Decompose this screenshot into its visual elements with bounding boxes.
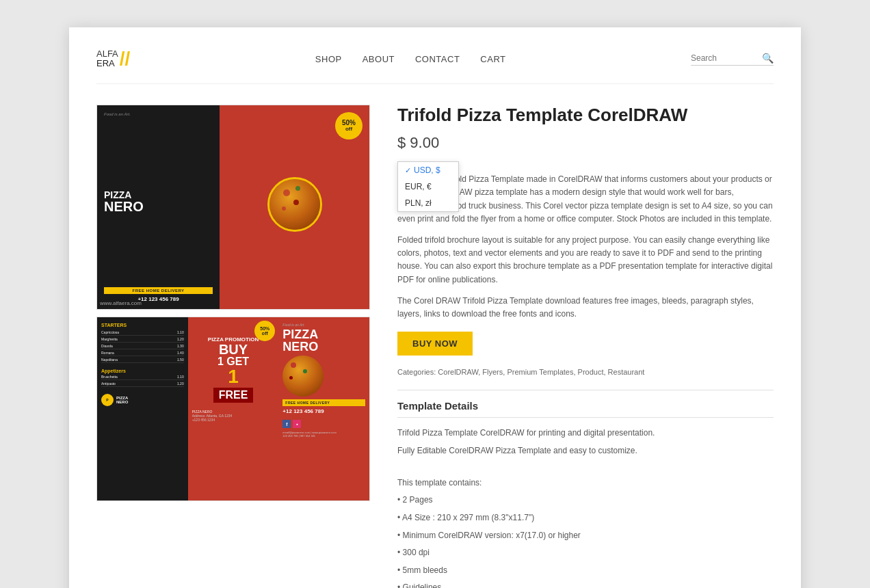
section-divider	[397, 390, 774, 390]
contains-item-4: • 300 dpi	[397, 546, 774, 561]
menu-item-3: Diavola1.30	[101, 344, 184, 349]
main-nav: SHOP ABOUT CONTACT CART	[315, 54, 506, 64]
menu-item-4: Romana1.40	[101, 351, 184, 356]
details-line1: Trifold Pizza Template CorelDRAW for pri…	[397, 426, 774, 441]
food-art-label: Food is an Art.	[104, 112, 213, 116]
pizza-nero-logo-small: P PIZZANERO	[101, 394, 184, 406]
social-icons: f ●	[282, 420, 365, 428]
free-delivery-label: FREE HOME DELIVERY	[104, 287, 213, 294]
search-icon[interactable]: 🔍	[762, 53, 774, 64]
menu-item-1: Capricciosa1.10	[101, 330, 184, 336]
currency-eur-label: EUR, €	[405, 182, 432, 191]
pizza-nero-title-3: PIZZA NERO	[282, 328, 365, 353]
pizza-trifold: STARTERS Capricciosa1.10 Margherita1.20 …	[97, 317, 369, 500]
buy-now-button[interactable]: BUY NOW	[397, 332, 473, 356]
template-details-content: Trifold Pizza Template CorelDRAW for pri…	[397, 426, 774, 588]
nav-about[interactable]: ABOUT	[362, 54, 395, 64]
contains-item-6: • Guidelines	[397, 580, 774, 588]
currency-pln-label: PLN, zł	[405, 198, 432, 208]
starters-title: STARTERS	[101, 323, 184, 328]
main-product-image: Food is an Art. PIZZA NERO FREE HOME DEL…	[96, 105, 370, 310]
category-coreldraw[interactable]: CorelDRAW	[438, 368, 478, 376]
address-block: PIZZA NERO Address: Atlanta, GA 1234 +12…	[192, 410, 275, 422]
contains-item-3: • Minimum CorelDRAW version: x7(17.0) or…	[397, 529, 774, 544]
categories-label: Categories:	[397, 368, 436, 376]
contains-title: This template contains:	[397, 476, 774, 491]
free-delivery-3: FREE HOME DELIVERY	[282, 399, 365, 406]
template-details-title: Template Details	[397, 400, 774, 418]
contains-item-2: • A4 Size : 210 x 297 mm (8.3"x11.7")	[397, 511, 774, 526]
currency-usd-label: USD, $	[414, 165, 440, 175]
product-description-3: The Corel DRAW Trifold Pizza Template do…	[397, 295, 774, 321]
category-flyers[interactable]: Flyers	[482, 368, 503, 376]
nav-shop[interactable]: SHOP	[315, 54, 342, 64]
food-art-label-3: Food is an Art.	[282, 323, 365, 327]
thumbnail-product-image: STARTERS Capricciosa1.10 Margherita1.20 …	[96, 317, 370, 501]
currency-eur[interactable]: EUR, €	[398, 178, 458, 195]
product-description-2: Folded trifold brochure layout is suitab…	[397, 234, 774, 286]
trifold-panel-3: Food is an Art. PIZZA NERO FREE HOME DEL…	[278, 317, 369, 500]
contains-item-5: • 5mm bleeds	[397, 563, 774, 578]
currency-pln[interactable]: PLN, zł	[398, 195, 458, 211]
nav-contact[interactable]: CONTACT	[415, 54, 460, 64]
check-icon: ✓	[405, 166, 411, 175]
details-line2: Fully Editable CorelDRAW Pizza Template …	[397, 444, 774, 459]
search-box: 🔍	[691, 53, 774, 66]
logo-slash: //	[120, 48, 131, 70]
discount-badge: 50% off	[335, 112, 362, 139]
footer-numbers: 123 456 789 | 987 654 321	[282, 434, 365, 438]
product-images: Food is an Art. PIZZA NERO FREE HOME DEL…	[96, 105, 370, 588]
product-info: Trifold Pizza Template CorelDRAW $ 9.00 …	[397, 105, 774, 588]
categories: Categories: CorelDRAW, Flyers, Premium T…	[397, 368, 774, 376]
search-input[interactable]	[691, 53, 759, 63]
phone-3: +12 123 456 789	[282, 408, 365, 414]
trifold-panel-1: STARTERS Capricciosa1.10 Margherita1.20 …	[97, 317, 188, 500]
page-wrapper: ALFA ERA // SHOP ABOUT CONTACT CART 🔍	[69, 27, 801, 588]
contains-item-1: • 2 Pages	[397, 493, 774, 508]
menu-item-6: Bruschetta1.10	[101, 375, 184, 380]
pizza-name-main: PIZZA NERO	[104, 190, 213, 213]
category-product[interactable]: Product	[578, 368, 604, 376]
logo-line1: ALFA	[96, 49, 118, 59]
category-premium[interactable]: Premium Templates	[507, 368, 573, 376]
pizza-circle-image	[267, 177, 322, 232]
logo-line2: ERA	[96, 59, 118, 68]
menu-item-7: Antipasto1.20	[101, 382, 184, 387]
pizza-circle-3	[282, 356, 324, 397]
pizza-card-main: Food is an Art. PIZZA NERO FREE HOME DEL…	[97, 105, 369, 309]
product-layout: Food is an Art. PIZZA NERO FREE HOME DEL…	[96, 105, 774, 588]
card-right: 50% off	[220, 105, 369, 309]
menu-item-2: Margherita1.20	[101, 337, 184, 343]
currency-usd[interactable]: ✓ USD, $	[398, 162, 458, 178]
product-title: Trifold Pizza Template CorelDRAW	[397, 105, 774, 126]
product-price: $ 9.00	[397, 134, 774, 152]
menu-item-5: Napolitana1.50	[101, 358, 184, 363]
logo[interactable]: ALFA ERA //	[96, 48, 130, 70]
buy-get-promo: PIZZA PROMOTION BUY 1 GET 1 FREE	[192, 336, 275, 403]
nav-cart[interactable]: CART	[480, 54, 505, 64]
category-restaurant[interactable]: Restaurant	[608, 368, 645, 376]
watermark: www.alfaera.com	[100, 300, 142, 306]
appetizers-title: Appetizers	[101, 369, 184, 373]
card-left: Food is an Art. PIZZA NERO FREE HOME DEL…	[97, 105, 220, 309]
header: ALFA ERA // SHOP ABOUT CONTACT CART 🔍	[96, 48, 774, 84]
currency-menu: ✓ USD, $ EUR, € PLN, zł	[397, 161, 459, 212]
trifold-panel-2: 50% off PIZZA PROMOTION BUY 1 GET 1 FREE…	[188, 317, 279, 500]
